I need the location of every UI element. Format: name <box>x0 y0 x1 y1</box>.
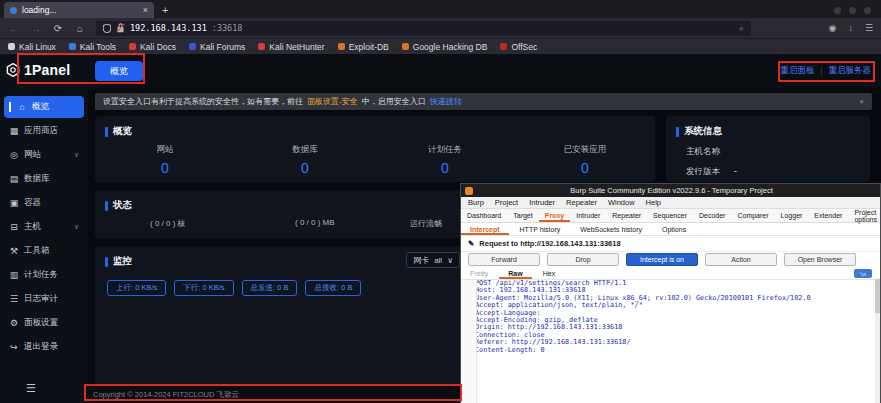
request-target-label: Request to http://192.168.143.131:33618 <box>479 239 620 248</box>
sidebar-item-app-store[interactable]: ▦应用商店 <box>4 120 84 142</box>
scrollbar-thumb[interactable] <box>875 279 880 313</box>
bookmark-label: Google Hacking DB <box>413 42 488 52</box>
intercept-toggle-button[interactable]: Intercept is on <box>626 253 698 266</box>
forward-button[interactable]: Forward <box>468 253 540 266</box>
menu-intruder[interactable]: Intruder <box>529 198 555 207</box>
stat-value[interactable]: 0 <box>375 160 515 176</box>
sidebar-item-settings[interactable]: ⚙面板设置 <box>4 312 84 334</box>
subtab-http-history[interactable]: HTTP history <box>511 223 570 235</box>
new-tab-button[interactable]: + <box>162 4 168 18</box>
sidebar-item-host[interactable]: ⊟主机∨ <box>4 216 84 238</box>
drop-button[interactable]: Drop <box>547 253 619 266</box>
tab-logger[interactable]: Logger <box>775 209 809 222</box>
browser-tab[interactable]: loading... × <box>4 2 154 18</box>
burp-title-bar[interactable]: Burp Suite Community Edition v2022.9.6 -… <box>461 184 880 197</box>
sidebar-item-database[interactable]: ▤数据库 <box>4 168 84 190</box>
editor-scrollbar[interactable] <box>875 279 880 403</box>
sidebar-item-overview[interactable]: ⌂概览 <box>4 96 84 118</box>
sidebar-item-website[interactable]: ◎网站∨ <box>4 144 84 166</box>
total-received-pill[interactable]: 总接收: 0 B <box>305 280 361 296</box>
menu-repeater[interactable]: Repeater <box>566 198 597 207</box>
logs-icon: ☰ <box>9 294 19 304</box>
home-icon[interactable]: ⌂ <box>74 23 86 34</box>
menu-help[interactable]: Help <box>646 198 661 207</box>
request-info-bar: ✎ Request to http://192.168.143.131:3361… <box>461 236 880 252</box>
burp-main-tabs: Dashboard Target Proxy Intruder Repeater… <box>461 209 880 223</box>
bookmark-kali-nethunter[interactable]: Kali NetHunter <box>258 42 324 52</box>
back-icon[interactable]: ← <box>8 23 20 34</box>
downlink-pill[interactable]: 下行: 0 KB/s <box>174 280 233 296</box>
bookmark-offsec[interactable]: OffSec <box>500 42 537 52</box>
sidebar-item-cronjob[interactable]: ▥计划任务 <box>4 264 84 286</box>
bookmark-kali-forums[interactable]: Kali Forums <box>189 42 245 52</box>
window-controls[interactable] <box>834 7 881 18</box>
tab-target[interactable]: Target <box>507 209 538 222</box>
insecure-lock-icon[interactable] <box>116 23 125 33</box>
bookmark-kali-linux[interactable]: Kali Linux <box>8 42 56 52</box>
reload-icon[interactable]: ⟳ <box>52 23 64 34</box>
tab-intruder[interactable]: Intruder <box>570 209 606 222</box>
subtab-intercept[interactable]: Intercept <box>461 223 509 235</box>
newline-toggle-icon[interactable]: \n <box>854 269 872 278</box>
request-editor[interactable]: 1POST /api/v1/settings/search HTTP/1.1 2… <box>461 280 880 403</box>
close-icon[interactable] <box>864 7 871 14</box>
sidebar-item-logout[interactable]: ↪退出登录 <box>4 336 84 358</box>
tab-repeater[interactable]: Repeater <box>606 209 647 222</box>
tab-decoder[interactable]: Decoder <box>693 209 731 222</box>
tab-comparer[interactable]: Comparer <box>731 209 774 222</box>
bookmark-label: Kali Forums <box>200 42 245 52</box>
total-sent-pill[interactable]: 总发送: 0 B <box>242 280 298 296</box>
subtab-websockets-history[interactable]: WebSockets history <box>571 223 651 235</box>
minimize-icon[interactable] <box>834 7 841 14</box>
view-raw[interactable]: Raw <box>499 267 531 279</box>
open-browser-button[interactable]: Open Browser <box>784 253 856 266</box>
nic-select[interactable]: 网卡 all ∨ <box>406 252 460 268</box>
tab-project-options[interactable]: Project options <box>848 209 881 222</box>
forward-icon[interactable]: → <box>30 23 42 34</box>
menu-burp[interactable]: Burp <box>468 198 484 207</box>
bookmark-kali-tools[interactable]: Kali Tools <box>69 42 116 52</box>
tab-proxy[interactable]: Proxy <box>539 209 570 222</box>
sys-label: 发行版本 <box>686 166 720 178</box>
view-pretty[interactable]: Pretty <box>461 267 497 279</box>
stat-value[interactable]: 0 <box>95 160 235 176</box>
banner-quick-link[interactable]: 快速跳转 <box>430 96 462 107</box>
bookmark-label: Kali Docs <box>140 42 176 52</box>
bookmark-star-icon[interactable]: ☆ <box>739 23 744 33</box>
tab-dashboard[interactable]: Dashboard <box>461 209 507 222</box>
banner-close-icon[interactable]: × <box>859 97 864 106</box>
maximize-icon[interactable] <box>849 7 856 14</box>
menu-window[interactable]: Window <box>608 198 635 207</box>
view-hex[interactable]: Hex <box>534 267 564 279</box>
request-line: 10Content-Length: 0 <box>461 347 880 354</box>
downloads-icon[interactable]: ↓ <box>848 23 853 33</box>
sidebar-item-toolbox[interactable]: ⚒工具箱 <box>4 240 84 262</box>
bookmark-kali-docs[interactable]: Kali Docs <box>129 42 176 52</box>
app-menu-icon[interactable]: ☰ <box>865 23 873 33</box>
tab-close-icon[interactable]: × <box>143 5 148 15</box>
annotation-box-copyright <box>84 384 462 401</box>
sidebar-item-label: 数据库 <box>24 173 50 185</box>
sidebar-item-label: 退出登录 <box>24 341 58 353</box>
bookmark-favicon <box>258 43 265 50</box>
stat-value[interactable]: 0 <box>515 160 655 176</box>
url-bar[interactable]: 192.168.143.131:33618 ☆ <box>96 21 751 36</box>
sidebar-item-logs[interactable]: ☰日志审计 <box>4 288 84 310</box>
cronjob-icon: ▥ <box>9 270 19 280</box>
bookmark-exploit-db[interactable]: Exploit-DB <box>338 42 389 52</box>
menu-project[interactable]: Project <box>495 198 518 207</box>
subtab-options[interactable]: Options <box>653 223 695 235</box>
tab-sequencer[interactable]: Sequencer <box>647 209 693 222</box>
account-shield-icon[interactable]: ◉ <box>829 23 837 33</box>
sidebar-collapse-icon[interactable]: ☰ <box>26 382 36 395</box>
bookmark-google-hacking-db[interactable]: Google Hacking DB <box>402 42 488 52</box>
action-button[interactable]: Action <box>705 253 777 266</box>
sidebar-item-label: 网站 <box>24 149 41 161</box>
sidebar-item-container[interactable]: ▣容器 <box>4 192 84 214</box>
nic-value: all <box>434 256 442 265</box>
browser-tab-bar: loading... × + <box>0 0 881 18</box>
tab-extender[interactable]: Extender <box>808 209 848 222</box>
uplink-pill[interactable]: 上行: 0 KB/s <box>107 280 166 296</box>
stat-value[interactable]: 0 <box>235 160 375 176</box>
bookmark-favicon <box>338 43 345 50</box>
